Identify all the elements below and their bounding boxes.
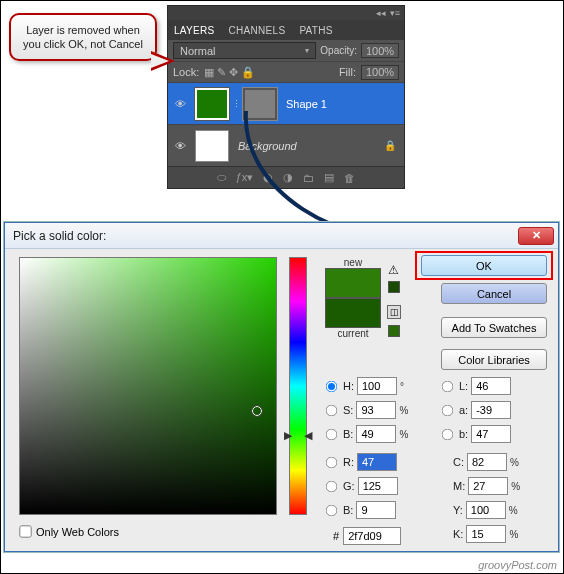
websafe-swatch[interactable] — [388, 325, 400, 337]
bri-radio[interactable] — [326, 428, 338, 440]
k-row: K: 15 % — [453, 525, 521, 543]
titlebar[interactable]: Pick a solid color: ✕ — [5, 223, 558, 249]
swatch-preview: new current — [325, 257, 381, 339]
r-field[interactable]: 47 — [357, 453, 397, 471]
ok-button[interactable]: OK — [421, 255, 547, 276]
k-field[interactable]: 15 — [466, 525, 506, 543]
mask-icon[interactable]: ◐ — [263, 171, 273, 184]
y-field[interactable]: 100 — [466, 501, 506, 519]
bchan-field[interactable]: 9 — [356, 501, 396, 519]
bri-label: B: — [343, 428, 353, 440]
hue-radio[interactable] — [326, 380, 338, 392]
lab-b-row: b: 47 — [441, 425, 511, 443]
annotation-callout: Layer is removed when you click OK, not … — [9, 13, 157, 61]
fill-field[interactable]: 100% — [361, 65, 399, 80]
opacity-field[interactable]: 100% — [361, 43, 399, 58]
group-icon[interactable]: 🗀 — [303, 172, 314, 184]
add-to-swatches-button[interactable]: Add To Swatches — [441, 317, 547, 338]
c-field[interactable]: 82 — [467, 453, 507, 471]
collapse-icon[interactable]: ◂◂ — [376, 8, 386, 18]
window-title: Pick a solid color: — [13, 229, 518, 243]
gamut-swatch[interactable] — [388, 281, 400, 293]
websafe-warning-icon[interactable]: ◫ — [387, 305, 401, 319]
lock-all-icon[interactable]: 🔒 — [241, 66, 255, 79]
new-color-swatch[interactable] — [325, 268, 381, 298]
bchan-row: B: 9 — [325, 501, 396, 519]
new-label: new — [325, 257, 381, 268]
color-cursor[interactable] — [252, 406, 262, 416]
y-label: Y: — [453, 504, 463, 516]
a-label: a: — [459, 404, 468, 416]
callout-text: Layer is removed when you click OK, not … — [23, 24, 143, 50]
hue-handle[interactable] — [284, 429, 312, 442]
m-field[interactable]: 27 — [468, 477, 508, 495]
hue-field[interactable]: 100 — [357, 377, 397, 395]
bri-field[interactable]: 49 — [356, 425, 396, 443]
layer-thumb[interactable] — [195, 130, 229, 162]
m-row: M: 27 % — [453, 477, 523, 495]
layer-thumb-mask[interactable] — [243, 88, 277, 120]
g-row: G: 125 — [325, 477, 398, 495]
sat-unit: % — [399, 405, 411, 416]
l-field[interactable]: 46 — [471, 377, 511, 395]
g-label: G: — [343, 480, 355, 492]
gamut-warning-icon[interactable]: ⚠ — [388, 263, 399, 277]
bchan-label: B: — [343, 504, 353, 516]
g-radio[interactable] — [326, 480, 338, 492]
fx-icon[interactable]: ƒx▾ — [236, 171, 254, 184]
panel-menu-icon[interactable]: ▾≡ — [390, 8, 400, 18]
lock-label: Lock: — [173, 66, 199, 78]
new-layer-icon[interactable]: ▤ — [324, 171, 334, 184]
sat-label: S: — [343, 404, 353, 416]
only-web-colors-checkbox[interactable] — [19, 525, 31, 537]
lock-transparency-icon[interactable]: ▦ — [204, 66, 214, 79]
a-field[interactable]: -39 — [471, 401, 511, 419]
sat-radio[interactable] — [326, 404, 338, 416]
r-row: R: 47 — [325, 453, 397, 471]
bchan-radio[interactable] — [326, 504, 338, 516]
a-radio[interactable] — [442, 404, 454, 416]
layers-footer: ⬭ ƒx▾ ◐ ◑ 🗀 ▤ 🗑 — [168, 166, 404, 188]
g-field[interactable]: 125 — [358, 477, 398, 495]
m-label: M: — [453, 480, 465, 492]
lab-b-radio[interactable] — [442, 428, 454, 440]
hex-field[interactable]: 2f7d09 — [343, 527, 401, 545]
tab-layers[interactable]: LAYERS — [174, 25, 215, 36]
lab-b-field[interactable]: 47 — [471, 425, 511, 443]
layer-thumb-color[interactable] — [195, 88, 229, 120]
y-row: Y: 100 % — [453, 501, 521, 519]
c-label: C: — [453, 456, 464, 468]
layers-panel: ◂◂ ▾≡ LAYERS CHANNELS PATHS Normal ▾ Opa… — [167, 5, 405, 189]
visibility-toggle[interactable]: 👁 — [168, 140, 192, 152]
r-radio[interactable] — [326, 456, 338, 468]
blend-mode-select[interactable]: Normal ▾ — [173, 42, 316, 59]
color-libraries-button[interactable]: Color Libraries — [441, 349, 547, 370]
lock-move-icon[interactable]: ✥ — [229, 66, 238, 79]
current-label: current — [325, 328, 381, 339]
sat-field[interactable]: 93 — [356, 401, 396, 419]
blend-opacity-row: Normal ▾ Opacity: 100% — [168, 40, 404, 62]
link-layers-icon[interactable]: ⬭ — [217, 171, 226, 184]
hue-row: H: 100 ° — [325, 377, 412, 395]
tab-paths[interactable]: PATHS — [299, 25, 332, 36]
l-label: L: — [459, 380, 468, 392]
close-button[interactable]: ✕ — [518, 227, 554, 245]
adjustment-icon[interactable]: ◑ — [283, 171, 293, 184]
current-color-swatch[interactable] — [325, 298, 381, 328]
opacity-label: Opacity: — [320, 45, 357, 56]
trash-icon[interactable]: 🗑 — [344, 172, 355, 184]
hex-row: # 2f7d09 — [333, 527, 401, 545]
lock-icons: ▦ ✎ ✥ 🔒 — [204, 66, 255, 79]
hue-unit: ° — [400, 381, 412, 392]
layer-row-shape1[interactable]: 👁 ⋮ Shape 1 — [168, 82, 404, 124]
cancel-button[interactable]: Cancel — [441, 283, 547, 304]
watermark: groovyPost.com — [478, 559, 557, 571]
color-field[interactable] — [19, 257, 277, 515]
panel-top-bar: ◂◂ ▾≡ — [168, 6, 404, 20]
hue-slider[interactable] — [289, 257, 307, 515]
visibility-toggle[interactable]: 👁 — [168, 98, 192, 110]
lock-paint-icon[interactable]: ✎ — [217, 66, 226, 79]
layer-row-background[interactable]: 👁 Background 🔒 — [168, 124, 404, 166]
l-radio[interactable] — [442, 380, 454, 392]
tab-channels[interactable]: CHANNELS — [229, 25, 286, 36]
